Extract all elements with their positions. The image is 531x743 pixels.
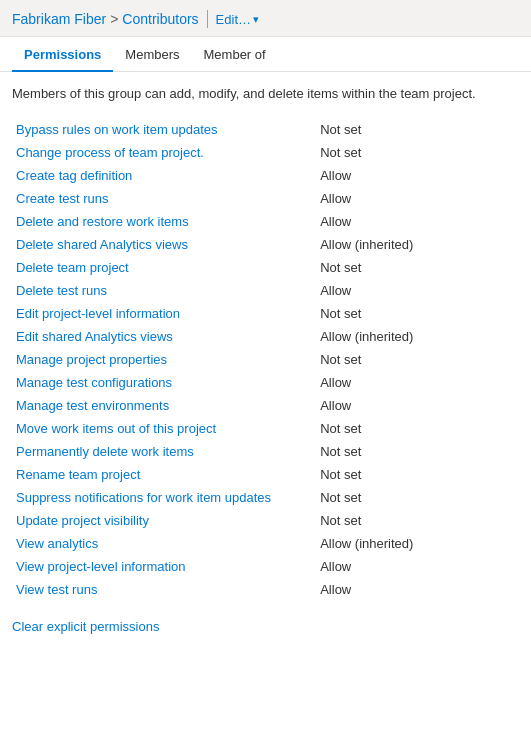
group-description: Members of this group can add, modify, a…	[12, 84, 519, 104]
breadcrumb-separator: >	[110, 11, 118, 27]
breadcrumb: Fabrikam Fiber > Contributors	[12, 11, 199, 27]
permission-status: Allow (inherited)	[316, 325, 519, 348]
permission-status: Not set	[316, 440, 519, 463]
permission-name[interactable]: Permanently delete work items	[12, 440, 316, 463]
permission-name[interactable]: Manage test configurations	[12, 371, 316, 394]
table-row: Delete shared Analytics viewsAllow (inhe…	[12, 233, 519, 256]
permission-name[interactable]: Change process of team project.	[12, 141, 316, 164]
table-row: Change process of team project.Not set	[12, 141, 519, 164]
permission-status: Allow (inherited)	[316, 532, 519, 555]
permission-status: Not set	[316, 302, 519, 325]
permission-name[interactable]: Create tag definition	[12, 164, 316, 187]
table-row: Manage test configurationsAllow	[12, 371, 519, 394]
table-row: Manage project propertiesNot set	[12, 348, 519, 371]
tab-member-of[interactable]: Member of	[192, 37, 278, 72]
permission-name[interactable]: Manage project properties	[12, 348, 316, 371]
org-link[interactable]: Fabrikam Fiber	[12, 11, 106, 27]
permission-status: Allow (inherited)	[316, 233, 519, 256]
permission-status: Not set	[316, 486, 519, 509]
permission-status: Allow	[316, 394, 519, 417]
permission-status: Allow	[316, 371, 519, 394]
permission-name[interactable]: Bypass rules on work item updates	[12, 118, 316, 141]
table-row: Delete test runsAllow	[12, 279, 519, 302]
permission-name[interactable]: Edit shared Analytics views	[12, 325, 316, 348]
permission-status: Not set	[316, 417, 519, 440]
permission-name[interactable]: View project-level information	[12, 555, 316, 578]
permission-name[interactable]: Delete team project	[12, 256, 316, 279]
table-row: Create tag definitionAllow	[12, 164, 519, 187]
permission-name[interactable]: View test runs	[12, 578, 316, 601]
table-row: Bypass rules on work item updatesNot set	[12, 118, 519, 141]
permission-name[interactable]: Delete shared Analytics views	[12, 233, 316, 256]
table-row: View project-level informationAllow	[12, 555, 519, 578]
table-row: Permanently delete work itemsNot set	[12, 440, 519, 463]
permission-name[interactable]: Suppress notifications for work item upd…	[12, 486, 316, 509]
table-row: Suppress notifications for work item upd…	[12, 486, 519, 509]
edit-label: Edit…	[216, 12, 251, 27]
permission-name[interactable]: Update project visibility	[12, 509, 316, 532]
permission-name[interactable]: Create test runs	[12, 187, 316, 210]
permission-status: Allow	[316, 578, 519, 601]
table-row: Delete and restore work itemsAllow	[12, 210, 519, 233]
tab-members[interactable]: Members	[113, 37, 191, 72]
permission-status: Not set	[316, 141, 519, 164]
content-area: Members of this group can add, modify, a…	[0, 72, 531, 650]
permission-status: Allow	[316, 555, 519, 578]
permission-name[interactable]: Delete and restore work items	[12, 210, 316, 233]
table-row: Rename team projectNot set	[12, 463, 519, 486]
table-row: Manage test environmentsAllow	[12, 394, 519, 417]
permission-status: Allow	[316, 187, 519, 210]
chevron-down-icon: ▾	[253, 13, 259, 26]
permission-status: Allow	[316, 210, 519, 233]
permission-name[interactable]: View analytics	[12, 532, 316, 555]
page-link[interactable]: Contributors	[122, 11, 198, 27]
permission-status: Not set	[316, 348, 519, 371]
tabs-container: Permissions Members Member of	[0, 37, 531, 72]
clear-permissions-link[interactable]: Clear explicit permissions	[12, 619, 159, 634]
header-divider	[207, 10, 208, 28]
edit-dropdown[interactable]: Edit… ▾	[216, 12, 259, 27]
permission-status: Not set	[316, 509, 519, 532]
table-row: Create test runsAllow	[12, 187, 519, 210]
table-row: Edit project-level informationNot set	[12, 302, 519, 325]
tab-permissions[interactable]: Permissions	[12, 37, 113, 72]
permission-name[interactable]: Rename team project	[12, 463, 316, 486]
table-row: Delete team projectNot set	[12, 256, 519, 279]
table-row: Move work items out of this projectNot s…	[12, 417, 519, 440]
table-row: Update project visibilityNot set	[12, 509, 519, 532]
permission-status: Allow	[316, 164, 519, 187]
permission-name[interactable]: Edit project-level information	[12, 302, 316, 325]
permission-status: Not set	[316, 118, 519, 141]
table-row: View analyticsAllow (inherited)	[12, 532, 519, 555]
permissions-table: Bypass rules on work item updatesNot set…	[12, 118, 519, 601]
permission-name[interactable]: Delete test runs	[12, 279, 316, 302]
table-row: View test runsAllow	[12, 578, 519, 601]
permission-status: Allow	[316, 279, 519, 302]
permission-status: Not set	[316, 256, 519, 279]
permission-status: Not set	[316, 463, 519, 486]
table-row: Edit shared Analytics viewsAllow (inheri…	[12, 325, 519, 348]
permission-name[interactable]: Move work items out of this project	[12, 417, 316, 440]
header: Fabrikam Fiber > Contributors Edit… ▾	[0, 0, 531, 37]
permission-name[interactable]: Manage test environments	[12, 394, 316, 417]
